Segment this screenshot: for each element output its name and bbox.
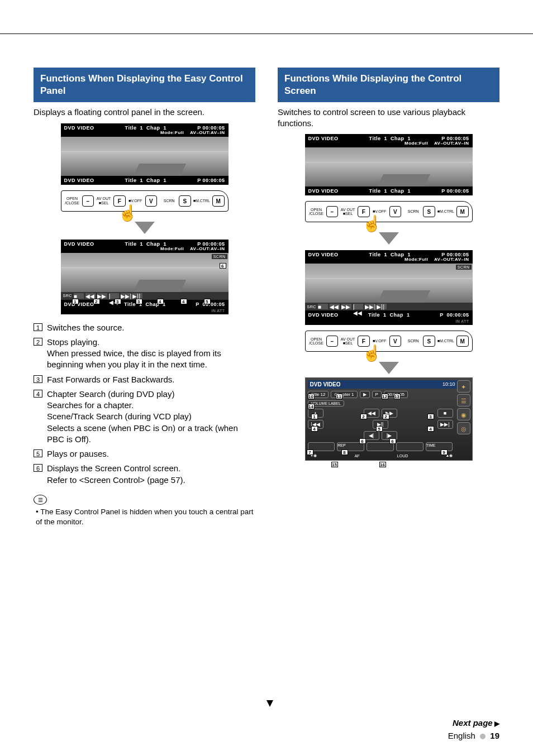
list-number: 4 [34,390,42,398]
minus-button[interactable]: – [326,206,339,217]
language-label: English [448,731,475,740]
fastforward-button[interactable]: ▶▶ [97,293,107,299]
v-button[interactable]: V [389,206,402,217]
s-button[interactable]: S [179,195,191,207]
next-chapter-button[interactable]: ▶▶| [437,420,453,429]
callout-1: 1 [311,414,318,419]
open-close-label: OPEN /CLOSE [65,197,80,205]
callout-5: 5 [376,426,383,432]
callout-2: 2 [360,414,367,419]
callout-4: 4 [157,299,164,304]
bar-button[interactable] [396,442,423,451]
v-button[interactable]: V [389,336,402,347]
mctrl-label: ■M.CTRL [193,199,210,203]
side-button-4[interactable]: ◎ [457,422,470,434]
hand-pointer-icon: ☝ [362,344,382,362]
list-text: Searches for a chapter. [47,400,134,410]
down-arrow-icon [135,222,155,234]
callout-11: 11 [336,394,342,399]
next-page-link[interactable]: Next page [448,718,499,728]
callout-4: 4 [311,426,318,432]
play-pause-button[interactable]: ▶|| [377,304,387,309]
callout-5: 5 [204,299,211,304]
voff-label: ■V.OFF [128,199,143,203]
side-button-2[interactable]: ☰ [457,394,470,406]
callout-1: 1 [72,299,79,304]
clock: 10:10 [442,381,455,387]
chapter-indicator: Chapter 1 [331,391,357,398]
callout-15: 15 [331,462,338,467]
callout-4b: 4 [180,299,187,304]
hand-pointer-icon: ☝ [118,204,137,222]
list-number: 5 [34,449,42,457]
divider-dot-icon [480,734,486,739]
scrn-button[interactable]: SCRN [456,265,472,270]
page-number: 19 [490,731,499,740]
s-button[interactable]: S [423,206,435,217]
play-indicator: ▶ [360,391,370,398]
src-button[interactable]: SRC [307,305,316,309]
playback-screen-r2: DVD VIDEO Title 1 Chap 1 P 00:00:05 Mode… [305,250,473,325]
control-screen: 10:10 DVD VIDEO Title 12 Chapter 1 ▶ P 0… [305,377,473,461]
list-text: Chapter Search (during DVD play) [47,389,174,399]
minus-button[interactable]: – [82,195,94,207]
list-text: Plays or pauses. [47,449,109,458]
continuation-arrow-icon [266,700,273,707]
playback-screen-2: DVD VIDEO Title 1 Chap 1 P 00:00:05 Mode… [61,240,229,314]
prev-chapter-button[interactable]: |◀◀ [353,304,363,309]
m-button[interactable]: M [212,195,225,207]
right-section-heading: Functions While Displaying the Control S… [278,68,499,102]
play-pause-button[interactable]: ▶|| [132,293,142,299]
next-chapter-button[interactable]: ▶▶| [121,293,131,299]
callout-6: 6 [220,263,226,269]
list-text: Stops playing. [47,337,99,347]
s-button[interactable]: S [423,336,435,347]
next-chapter-button[interactable]: ▶▶| [365,304,375,309]
callout-12: 12 [382,394,388,399]
down-arrow-icon [379,362,399,374]
list-number: 3 [34,375,42,383]
callout-2b: 2 [383,414,389,419]
m-button[interactable]: M [456,206,469,217]
src-button[interactable]: SRC [63,294,72,298]
callout-9: 9 [441,449,448,455]
rewind-button[interactable]: ◀◀ [85,293,96,299]
callout-14: 14 [308,404,315,409]
hardware-button-panel-r1: OPEN /CLOSE – AV OUT ■SEL F ■V.OFF V SCR… [305,201,473,222]
avout-label: AV OUT ■SEL [96,197,111,205]
step-back-button[interactable]: ◀| [364,431,379,440]
fastforward-button[interactable]: ▶▶ [341,304,351,309]
side-button-1[interactable]: ✦ [457,380,470,393]
list-text: Refer to <Screen Control> (page 57). [47,475,185,485]
callout-10: 10 [308,394,315,399]
callout-6b: 6 [389,438,396,444]
stop-button[interactable]: ■ [318,304,328,309]
list-number: 6 [34,464,42,472]
loud-label: LOUD [397,454,408,458]
down-arrow-icon [379,232,399,245]
stop-button[interactable]: ■ [437,409,453,418]
scrn-button[interactable]: SCRN [212,254,227,259]
left-intro: Displays a floating control panel in the… [34,107,255,118]
prev-chapter-button[interactable]: |◀◀ [109,293,119,299]
rewind-button[interactable]: ◀◀ [330,304,340,309]
list-number: 2 [34,338,42,346]
note-text: The Easy Control Panel is hidden when yo… [36,507,255,527]
list-text: Fast Forwards or Fast Backwards. [47,375,174,384]
callout-3: 3 [115,299,121,304]
list-text: Selects a scene (when PBC is On) or a tr… [47,423,238,444]
callout-4b: 4 [427,426,434,432]
list-text: Scene/Track Search (during VCD play) [47,412,192,421]
callout-3b: 3 [136,299,142,304]
callout-2: 2 [93,299,100,304]
p-indicator: P [372,391,382,398]
time-button[interactable]: TIME [426,442,453,451]
m-button[interactable]: M [456,336,469,347]
minus-button[interactable]: – [326,336,339,347]
list-text: Displays the Screen Control screen. [47,463,180,473]
side-button-3[interactable]: ◉ [457,408,470,420]
v-button[interactable]: V [145,195,158,207]
stop-button[interactable]: ■ [74,293,84,299]
playback-screen-r1: DVD VIDEO Title 1 Chap 1 P 00:00:05 Mode… [305,134,473,195]
scrn-label: SCRN [161,199,177,203]
